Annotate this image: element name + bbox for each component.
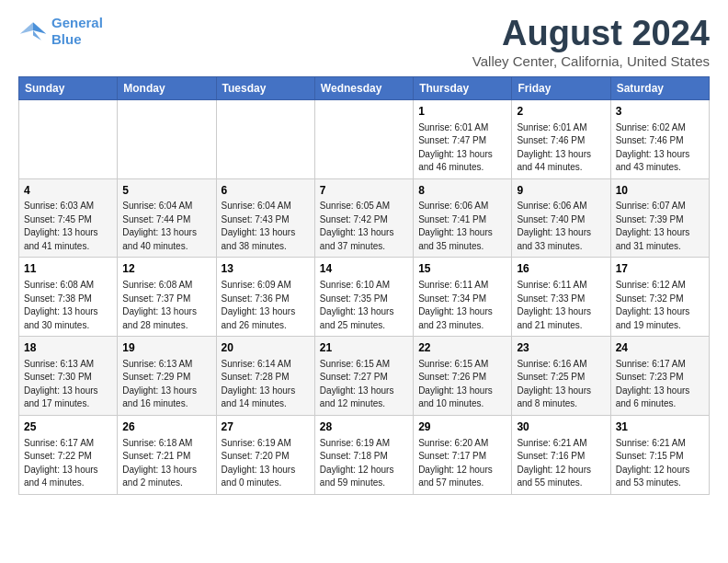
calendar-cell: 23Sunrise: 6:16 AM Sunset: 7:25 PM Dayli… bbox=[512, 337, 610, 416]
day-info: Sunrise: 6:07 AM Sunset: 7:39 PM Dayligh… bbox=[616, 200, 704, 253]
week-row-1: 1Sunrise: 6:01 AM Sunset: 7:47 PM Daylig… bbox=[19, 99, 710, 178]
day-number: 5 bbox=[122, 183, 210, 199]
day-info: Sunrise: 6:19 AM Sunset: 7:18 PM Dayligh… bbox=[320, 437, 408, 490]
calendar-table: SundayMondayTuesdayWednesdayThursdayFrid… bbox=[18, 76, 710, 495]
day-number: 31 bbox=[616, 419, 704, 435]
day-info: Sunrise: 6:13 AM Sunset: 7:30 PM Dayligh… bbox=[24, 358, 112, 411]
calendar-cell bbox=[118, 99, 216, 178]
calendar-cell: 12Sunrise: 6:08 AM Sunset: 7:37 PM Dayli… bbox=[118, 258, 216, 337]
calendar-cell: 11Sunrise: 6:08 AM Sunset: 7:38 PM Dayli… bbox=[19, 258, 118, 337]
calendar-cell: 19Sunrise: 6:13 AM Sunset: 7:29 PM Dayli… bbox=[118, 337, 216, 416]
calendar-cell: 27Sunrise: 6:19 AM Sunset: 7:20 PM Dayli… bbox=[216, 415, 314, 494]
logo-line2: Blue bbox=[51, 31, 82, 47]
calendar-cell: 21Sunrise: 6:15 AM Sunset: 7:27 PM Dayli… bbox=[314, 337, 413, 416]
day-number: 7 bbox=[320, 183, 408, 199]
calendar-cell: 14Sunrise: 6:10 AM Sunset: 7:35 PM Dayli… bbox=[314, 258, 413, 337]
logo-text: General Blue bbox=[51, 15, 103, 48]
logo-icon bbox=[18, 18, 48, 44]
week-row-2: 4Sunrise: 6:03 AM Sunset: 7:45 PM Daylig… bbox=[19, 178, 710, 258]
day-info: Sunrise: 6:20 AM Sunset: 7:17 PM Dayligh… bbox=[418, 437, 506, 490]
day-number: 22 bbox=[418, 340, 506, 356]
day-info: Sunrise: 6:21 AM Sunset: 7:15 PM Dayligh… bbox=[616, 437, 704, 490]
day-info: Sunrise: 6:17 AM Sunset: 7:22 PM Dayligh… bbox=[24, 437, 112, 490]
day-info: Sunrise: 6:02 AM Sunset: 7:46 PM Dayligh… bbox=[616, 121, 704, 175]
week-row-4: 18Sunrise: 6:13 AM Sunset: 7:30 PM Dayli… bbox=[19, 337, 710, 416]
day-number: 8 bbox=[418, 183, 506, 199]
day-info: Sunrise: 6:11 AM Sunset: 7:34 PM Dayligh… bbox=[418, 279, 506, 332]
day-number: 23 bbox=[517, 340, 605, 356]
day-number: 17 bbox=[616, 261, 704, 277]
day-info: Sunrise: 6:08 AM Sunset: 7:37 PM Dayligh… bbox=[122, 279, 210, 332]
day-number: 29 bbox=[418, 419, 506, 435]
location-title: Valley Center, California, United States bbox=[472, 53, 710, 69]
day-info: Sunrise: 6:21 AM Sunset: 7:16 PM Dayligh… bbox=[517, 437, 605, 490]
day-number: 13 bbox=[222, 261, 310, 277]
svg-marker-0 bbox=[33, 22, 46, 33]
weekday-header-monday: Monday bbox=[118, 76, 216, 99]
day-info: Sunrise: 6:16 AM Sunset: 7:25 PM Dayligh… bbox=[517, 358, 605, 411]
calendar-cell: 10Sunrise: 6:07 AM Sunset: 7:39 PM Dayli… bbox=[610, 178, 709, 258]
calendar-cell: 4Sunrise: 6:03 AM Sunset: 7:45 PM Daylig… bbox=[19, 178, 118, 258]
calendar-cell: 30Sunrise: 6:21 AM Sunset: 7:16 PM Dayli… bbox=[512, 415, 610, 494]
day-number: 20 bbox=[222, 340, 310, 356]
day-info: Sunrise: 6:19 AM Sunset: 7:20 PM Dayligh… bbox=[222, 437, 310, 490]
day-number: 10 bbox=[616, 183, 704, 199]
calendar-cell: 3Sunrise: 6:02 AM Sunset: 7:46 PM Daylig… bbox=[610, 99, 709, 178]
day-number: 9 bbox=[517, 183, 605, 199]
calendar-cell bbox=[314, 99, 413, 178]
day-info: Sunrise: 6:17 AM Sunset: 7:23 PM Dayligh… bbox=[616, 358, 704, 411]
day-info: Sunrise: 6:01 AM Sunset: 7:47 PM Dayligh… bbox=[418, 121, 506, 175]
day-info: Sunrise: 6:05 AM Sunset: 7:42 PM Dayligh… bbox=[320, 200, 408, 253]
calendar-cell: 18Sunrise: 6:13 AM Sunset: 7:30 PM Dayli… bbox=[19, 337, 118, 416]
day-number: 25 bbox=[24, 419, 112, 435]
day-number: 24 bbox=[616, 340, 704, 356]
logo-line1: General bbox=[51, 15, 103, 30]
day-number: 27 bbox=[222, 419, 310, 435]
calendar-cell: 29Sunrise: 6:20 AM Sunset: 7:17 PM Dayli… bbox=[414, 415, 512, 494]
day-info: Sunrise: 6:04 AM Sunset: 7:43 PM Dayligh… bbox=[222, 200, 310, 253]
calendar-cell: 17Sunrise: 6:12 AM Sunset: 7:32 PM Dayli… bbox=[610, 258, 709, 337]
calendar-cell: 28Sunrise: 6:19 AM Sunset: 7:18 PM Dayli… bbox=[314, 415, 413, 494]
day-info: Sunrise: 6:09 AM Sunset: 7:36 PM Dayligh… bbox=[222, 279, 310, 332]
day-info: Sunrise: 6:11 AM Sunset: 7:33 PM Dayligh… bbox=[517, 279, 605, 332]
day-info: Sunrise: 6:06 AM Sunset: 7:41 PM Dayligh… bbox=[418, 200, 506, 253]
day-number: 11 bbox=[24, 261, 112, 277]
day-info: Sunrise: 6:12 AM Sunset: 7:32 PM Dayligh… bbox=[616, 279, 704, 332]
calendar-cell: 15Sunrise: 6:11 AM Sunset: 7:34 PM Dayli… bbox=[414, 258, 512, 337]
calendar-cell: 31Sunrise: 6:21 AM Sunset: 7:15 PM Dayli… bbox=[610, 415, 709, 494]
day-number: 2 bbox=[517, 104, 605, 120]
day-number: 14 bbox=[320, 261, 408, 277]
day-number: 1 bbox=[418, 104, 506, 120]
day-info: Sunrise: 6:15 AM Sunset: 7:26 PM Dayligh… bbox=[418, 358, 506, 411]
calendar-cell: 6Sunrise: 6:04 AM Sunset: 7:43 PM Daylig… bbox=[216, 178, 314, 258]
weekday-header-wednesday: Wednesday bbox=[314, 76, 413, 99]
week-row-3: 11Sunrise: 6:08 AM Sunset: 7:38 PM Dayli… bbox=[19, 258, 710, 337]
calendar-cell bbox=[19, 99, 118, 178]
day-info: Sunrise: 6:03 AM Sunset: 7:45 PM Dayligh… bbox=[24, 200, 112, 253]
day-number: 21 bbox=[320, 340, 408, 356]
calendar-cell: 22Sunrise: 6:15 AM Sunset: 7:26 PM Dayli… bbox=[414, 337, 512, 416]
header: General Blue August 2024 Valley Center, … bbox=[18, 15, 710, 69]
weekday-header-tuesday: Tuesday bbox=[216, 76, 314, 99]
day-number: 19 bbox=[122, 340, 210, 356]
calendar-cell: 13Sunrise: 6:09 AM Sunset: 7:36 PM Dayli… bbox=[216, 258, 314, 337]
day-info: Sunrise: 6:10 AM Sunset: 7:35 PM Dayligh… bbox=[320, 279, 408, 332]
day-number: 30 bbox=[517, 419, 605, 435]
week-row-5: 25Sunrise: 6:17 AM Sunset: 7:22 PM Dayli… bbox=[19, 415, 710, 494]
day-number: 28 bbox=[320, 419, 408, 435]
day-number: 18 bbox=[24, 340, 112, 356]
calendar-cell: 20Sunrise: 6:14 AM Sunset: 7:28 PM Dayli… bbox=[216, 337, 314, 416]
calendar-cell: 26Sunrise: 6:18 AM Sunset: 7:21 PM Dayli… bbox=[118, 415, 216, 494]
day-number: 4 bbox=[24, 183, 112, 199]
day-info: Sunrise: 6:18 AM Sunset: 7:21 PM Dayligh… bbox=[122, 437, 210, 490]
day-info: Sunrise: 6:04 AM Sunset: 7:44 PM Dayligh… bbox=[122, 200, 210, 253]
day-info: Sunrise: 6:13 AM Sunset: 7:29 PM Dayligh… bbox=[122, 358, 210, 411]
day-number: 6 bbox=[222, 183, 310, 199]
calendar-cell: 7Sunrise: 6:05 AM Sunset: 7:42 PM Daylig… bbox=[314, 178, 413, 258]
weekday-header-row: SundayMondayTuesdayWednesdayThursdayFrid… bbox=[19, 76, 710, 99]
day-number: 16 bbox=[517, 261, 605, 277]
svg-marker-1 bbox=[20, 22, 33, 33]
weekday-header-saturday: Saturday bbox=[610, 76, 709, 99]
calendar-cell: 16Sunrise: 6:11 AM Sunset: 7:33 PM Dayli… bbox=[512, 258, 610, 337]
logo: General Blue bbox=[18, 15, 103, 48]
